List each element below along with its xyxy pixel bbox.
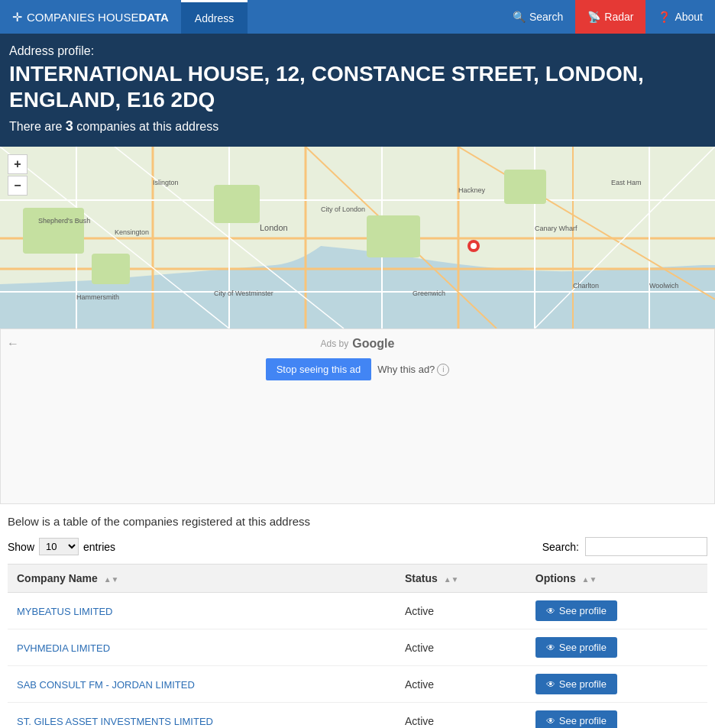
company-status: Active <box>396 593 526 629</box>
companies-tbody: MYBEATUS LIMITEDActive👁See profilePVHMED… <box>8 593 707 728</box>
svg-point-25 <box>471 243 477 249</box>
ads-buttons: Stop seeing this ad Why this ad? i <box>1 358 714 380</box>
svg-text:Charlton: Charlton <box>573 282 599 290</box>
ads-by-google: Ads by Google <box>1 337 714 351</box>
col-company-name[interactable]: Company Name ▲▼ <box>8 565 396 593</box>
info-icon: i <box>437 364 449 376</box>
company-status: Active <box>396 629 526 666</box>
search-icon: 🔍 <box>513 11 526 23</box>
nav-address[interactable]: Address <box>181 0 247 34</box>
sort-icon-name: ▲▼ <box>104 575 119 584</box>
stop-ad-button[interactable]: Stop seeing this ad <box>266 358 372 380</box>
svg-text:Islington: Islington <box>153 179 179 186</box>
search-input[interactable] <box>585 537 707 556</box>
address-header: Address profile: INTERNATIONAL HOUSE, 12… <box>0 34 715 147</box>
brand-text-bold: DATA <box>138 11 168 24</box>
see-profile-button[interactable]: 👁See profile <box>535 637 617 658</box>
col-options[interactable]: Options ▲▼ <box>526 565 707 593</box>
nav-search[interactable]: 🔍 Search <box>500 0 575 34</box>
svg-rect-21 <box>92 254 130 284</box>
nav-about[interactable]: ❓ About <box>645 0 715 34</box>
svg-rect-23 <box>504 170 546 204</box>
company-status: Active <box>396 703 526 728</box>
map-svg: London City of London Islington Hackney … <box>0 147 715 328</box>
svg-rect-22 <box>367 215 420 257</box>
table-row: SAB CONSULT FM - JORDAN LIMITEDActive👁Se… <box>8 666 707 703</box>
svg-text:City of London: City of London <box>321 205 365 213</box>
navbar: ✛ COMPANIES HOUSE DATA Address 🔍 Search … <box>0 0 715 34</box>
nav-radar[interactable]: 📡 Radar <box>575 0 645 34</box>
svg-text:Hackney: Hackney <box>458 186 486 194</box>
svg-text:Woolwich: Woolwich <box>649 282 678 290</box>
brand-link[interactable]: ✛ COMPANIES HOUSE DATA <box>0 0 181 34</box>
svg-text:Greenwich: Greenwich <box>412 290 445 297</box>
why-ad-link[interactable]: Why this ad? i <box>377 364 449 376</box>
svg-text:London: London <box>260 223 288 232</box>
table-controls: Show 10 25 50 100 entries Search: <box>8 537 707 556</box>
profile-label: Address profile: <box>9 44 706 58</box>
company-name-link[interactable]: MYBEATUS LIMITED <box>17 606 112 617</box>
table-intro: Below is a table of the companies regist… <box>8 515 707 528</box>
map-container: London City of London Islington Hackney … <box>0 147 715 328</box>
svg-text:Shepherd's Bush: Shepherd's Bush <box>38 217 90 225</box>
search-label: Search: <box>542 541 579 553</box>
svg-text:Hammersmith: Hammersmith <box>76 293 119 301</box>
svg-text:East Ham: East Ham <box>611 179 642 186</box>
map-zoom-in[interactable]: + <box>8 154 28 174</box>
company-name-link[interactable]: ST. GILES ASSET INVESTMENTS LIMITED <box>17 716 213 727</box>
eye-icon: 👁 <box>546 606 555 616</box>
svg-rect-20 <box>214 185 260 223</box>
ads-container: ← Ads by Google Stop seeing this ad Why … <box>0 328 715 504</box>
map-zoom-out[interactable]: − <box>8 176 28 196</box>
companies-table: Company Name ▲▼ Status ▲▼ Options ▲▼ MYB… <box>8 564 707 728</box>
map-controls: + − <box>8 154 28 197</box>
search-control: Search: <box>542 537 707 556</box>
company-name-link[interactable]: PVHMEDIA LIMITED <box>17 642 110 654</box>
eye-icon: 👁 <box>546 642 555 653</box>
svg-rect-19 <box>23 208 84 254</box>
eye-icon: 👁 <box>546 716 555 726</box>
see-profile-button[interactable]: 👁See profile <box>535 710 617 728</box>
table-row: ST. GILES ASSET INVESTMENTS LIMITEDActiv… <box>8 703 707 728</box>
company-name-link[interactable]: SAB CONSULT FM - JORDAN LIMITED <box>17 679 195 691</box>
company-status: Active <box>396 666 526 703</box>
svg-text:Kensington: Kensington <box>115 228 149 236</box>
svg-text:City of Westminster: City of Westminster <box>214 290 273 297</box>
address-title: INTERNATIONAL HOUSE, 12, CONSTANCE STREE… <box>9 61 706 112</box>
show-entries: Show 10 25 50 100 entries <box>8 538 115 555</box>
see-profile-button[interactable]: 👁See profile <box>535 600 617 621</box>
nav-right: 🔍 Search 📡 Radar ❓ About <box>500 0 715 34</box>
brand-text-normal: COMPANIES HOUSE <box>27 11 138 24</box>
see-profile-button[interactable]: 👁See profile <box>535 674 617 694</box>
ads-back-arrow[interactable]: ← <box>7 337 19 351</box>
table-section: Below is a table of the companies regist… <box>0 504 715 728</box>
entries-select[interactable]: 10 25 50 100 <box>39 538 79 555</box>
radar-icon: 📡 <box>587 11 600 23</box>
plus-icon: ✛ <box>12 10 22 24</box>
table-header: Company Name ▲▼ Status ▲▼ Options ▲▼ <box>8 565 707 593</box>
question-icon: ❓ <box>658 11 671 23</box>
sort-icon-status: ▲▼ <box>444 575 459 584</box>
sort-icon-options: ▲▼ <box>582 575 597 584</box>
table-row: PVHMEDIA LIMITEDActive👁See profile <box>8 629 707 666</box>
table-row: MYBEATUS LIMITEDActive👁See profile <box>8 593 707 629</box>
company-count: There are 3 companies at this address <box>9 118 706 134</box>
eye-icon: 👁 <box>546 679 555 690</box>
col-status[interactable]: Status ▲▼ <box>396 565 526 593</box>
svg-text:Canary Wharf: Canary Wharf <box>535 225 578 232</box>
